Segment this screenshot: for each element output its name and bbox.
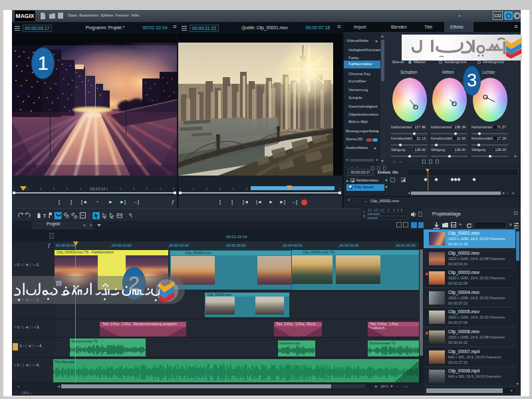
svg-text:T: T: [43, 213, 47, 219]
